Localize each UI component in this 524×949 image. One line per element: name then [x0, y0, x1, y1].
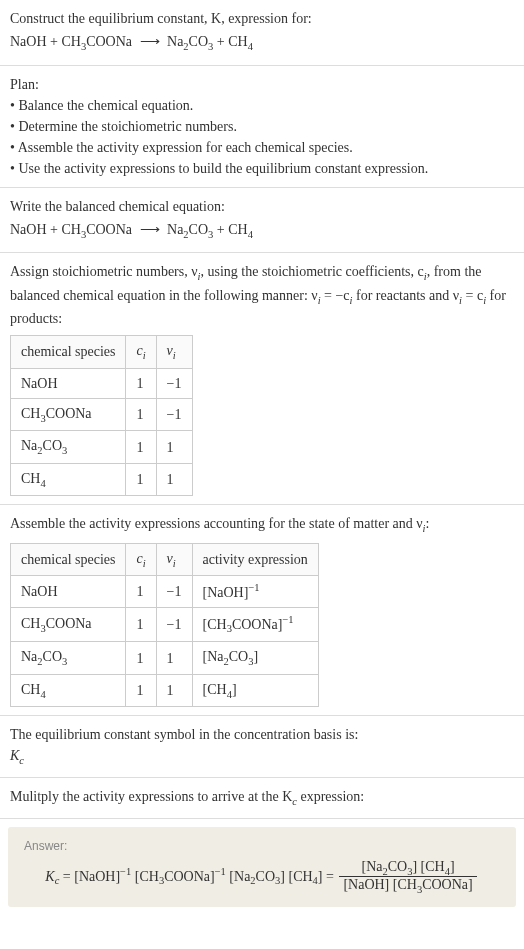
- cell: [CH3COONa]−1: [192, 608, 318, 642]
- table-row: CH3COONa 1 −1 [CH3COONa]−1: [11, 608, 319, 642]
- text: = −c: [321, 288, 350, 303]
- eq-part: CO: [189, 34, 208, 49]
- cell: −1: [156, 608, 192, 642]
- answer-box: Answer: Kc = [NaOH]−1 [CH3COONa]−1 [Na2C…: [8, 827, 516, 908]
- cell: CH4: [11, 463, 126, 496]
- stoich-table: chemical species ci νi NaOH 1 −1 CH3COON…: [10, 335, 193, 496]
- cell: 1: [156, 674, 192, 707]
- text: Na: [21, 649, 37, 664]
- table-header-row: chemical species ci νi activity expressi…: [11, 543, 319, 576]
- cell: [CH4]: [192, 674, 318, 707]
- eq-part: + CH: [213, 222, 247, 237]
- text: [Na: [203, 649, 224, 664]
- cell: 1: [156, 642, 192, 675]
- text: ]: [232, 682, 237, 697]
- plan-bullet: • Determine the stoichiometric numbers.: [10, 116, 514, 137]
- text: [Na: [361, 859, 382, 874]
- eq-part: Na: [167, 34, 183, 49]
- prompt-equation: NaOH + CH3COONa ⟶ Na2CO3 + CH4: [10, 31, 514, 55]
- cell: NaOH: [11, 576, 126, 608]
- eq-part: + CH: [213, 34, 247, 49]
- symbol-line2: Kc: [10, 745, 514, 769]
- eq-part: COONa: [86, 222, 132, 237]
- symbol-line1: The equilibrium constant symbol in the c…: [10, 724, 514, 745]
- fraction: [Na2CO3] [CH4][NaOH] [CH3COONa]: [339, 859, 476, 896]
- table-header-row: chemical species ci νi: [11, 336, 193, 369]
- cell: 1: [126, 576, 156, 608]
- plan-bullet: • Assemble the activity expression for e…: [10, 137, 514, 158]
- text: CO: [388, 859, 407, 874]
- table-row: NaOH 1 −1: [11, 368, 193, 398]
- text: [NaOH] [CH: [343, 877, 416, 892]
- text: Mulitply the activity expressions to arr…: [10, 789, 292, 804]
- cell: CH4: [11, 674, 126, 707]
- sub: i: [173, 558, 176, 569]
- sup: −1: [282, 614, 293, 625]
- text: CH: [21, 406, 40, 421]
- text: K: [10, 748, 19, 763]
- sub: 3: [62, 445, 67, 456]
- sub: i: [143, 558, 146, 569]
- cell: 1: [126, 642, 156, 675]
- activity-table: chemical species ci νi activity expressi…: [10, 543, 319, 708]
- table-row: Na2CO3 1 1 [Na2CO3]: [11, 642, 319, 675]
- cell: Na2CO3: [11, 642, 126, 675]
- col-ci: ci: [126, 336, 156, 369]
- text: [NaOH]: [203, 585, 249, 600]
- table-row: CH3COONa 1 −1: [11, 398, 193, 431]
- symbol-section: The equilibrium constant symbol in the c…: [0, 716, 524, 778]
- plan-section: Plan: • Balance the chemical equation. •…: [0, 66, 524, 188]
- text: ] [CH: [280, 868, 312, 883]
- text: ]: [450, 859, 455, 874]
- balanced-section: Write the balanced chemical equation: Na…: [0, 188, 524, 254]
- text: COONa]: [422, 877, 473, 892]
- text: for reactants and ν: [352, 288, 459, 303]
- sup: −1: [248, 582, 259, 593]
- text: = c: [462, 288, 483, 303]
- cell: 1: [126, 398, 156, 431]
- text: CO: [43, 438, 62, 453]
- cell: Na2CO3: [11, 431, 126, 464]
- sup: −1: [120, 865, 131, 876]
- text: NaOH: [21, 376, 58, 391]
- sub: 4: [248, 228, 253, 239]
- text: [CH: [203, 617, 227, 632]
- sup: −1: [215, 865, 226, 876]
- text: CH: [21, 616, 40, 631]
- col-nui: νi: [156, 543, 192, 576]
- cell: −1: [156, 398, 192, 431]
- cell: −1: [156, 576, 192, 608]
- cell: 1: [126, 431, 156, 464]
- eq-part: NaOH + CH: [10, 222, 81, 237]
- cell: NaOH: [11, 368, 126, 398]
- text: CO: [229, 649, 248, 664]
- eq-part: NaOH + CH: [10, 34, 81, 49]
- eq-part: Na: [167, 222, 183, 237]
- col-ci: ci: [126, 543, 156, 576]
- text: = [NaOH]: [59, 868, 120, 883]
- plan-bullet: • Use the activity expressions to build …: [10, 158, 514, 179]
- plan-title: Plan:: [10, 74, 514, 95]
- activity-title: Assemble the activity expressions accoun…: [10, 513, 514, 537]
- col-species: chemical species: [11, 543, 126, 576]
- text: COONa]: [232, 617, 283, 632]
- text: CH: [21, 682, 40, 697]
- text: [CH: [203, 682, 227, 697]
- prompt-section: Construct the equilibrium constant, K, e…: [0, 0, 524, 66]
- cell: 1: [156, 463, 192, 496]
- arrow-icon: ⟶: [140, 219, 160, 240]
- table-row: CH4 1 1 [CH4]: [11, 674, 319, 707]
- text: COONa: [46, 406, 92, 421]
- text: [CH: [131, 868, 159, 883]
- text: COONa: [46, 616, 92, 631]
- cell: −1: [156, 368, 192, 398]
- eq-part: CO: [189, 222, 208, 237]
- col-activity: activity expression: [192, 543, 318, 576]
- cell: [Na2CO3]: [192, 642, 318, 675]
- text: :: [426, 516, 430, 531]
- text: Assemble the activity expressions accoun…: [10, 516, 423, 531]
- sub: 3: [62, 656, 67, 667]
- answer-label: Answer:: [24, 839, 500, 853]
- text: ] =: [318, 868, 338, 883]
- plan-bullet: • Balance the chemical equation.: [10, 95, 514, 116]
